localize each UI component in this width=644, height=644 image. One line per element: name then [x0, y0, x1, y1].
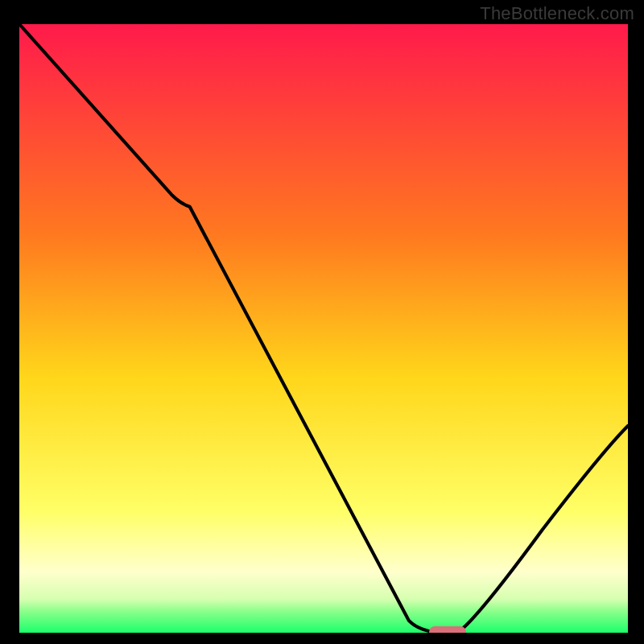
plot-area [16, 24, 628, 636]
optimal-marker [429, 626, 466, 636]
bottleneck-curve [19, 24, 628, 633]
chart-container: TheBottleneck.com [0, 0, 644, 644]
watermark-text: TheBottleneck.com [480, 3, 634, 24]
